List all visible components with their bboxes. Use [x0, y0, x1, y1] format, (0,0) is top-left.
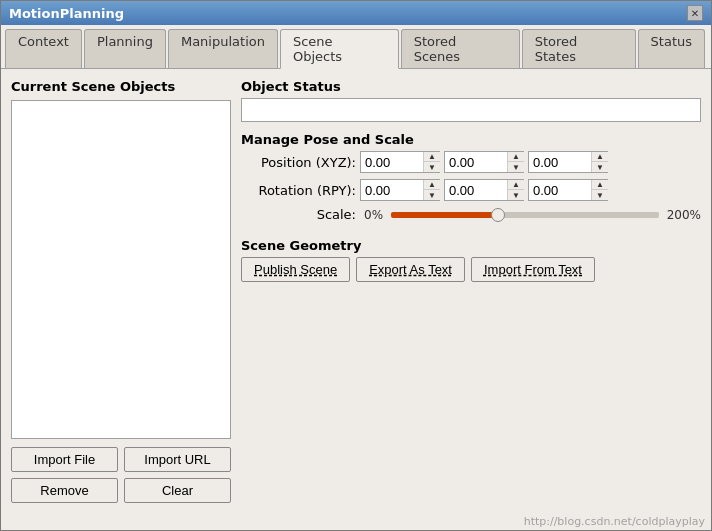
scene-objects-list	[11, 100, 231, 439]
rot-x-down[interactable]: ▼	[424, 190, 440, 200]
pos-x-down[interactable]: ▼	[424, 162, 440, 172]
rot-z-input[interactable]	[529, 180, 591, 200]
close-button[interactable]: ✕	[687, 5, 703, 21]
scale-row: Scale: 0% 200%	[241, 207, 701, 222]
pos-x-arrows: ▲ ▼	[423, 152, 440, 172]
right-panel: Object Status Manage Pose and Scale Posi…	[241, 79, 701, 503]
pos-x-spinbox: ▲ ▼	[360, 151, 440, 173]
watermark: http://blog.csdn.net/coldplayplay	[1, 513, 711, 530]
pos-z-spinbox: ▲ ▼	[528, 151, 608, 173]
scale-slider-track[interactable]	[391, 212, 659, 218]
rot-y-spinbox: ▲ ▼	[444, 179, 524, 201]
scale-label: Scale:	[241, 207, 356, 222]
scale-slider-thumb[interactable]	[491, 208, 505, 222]
tab-manipulation[interactable]: Manipulation	[168, 29, 278, 68]
import-from-text-button[interactable]: Import From Text	[471, 257, 595, 282]
rot-x-input[interactable]	[361, 180, 423, 200]
tab-planning[interactable]: Planning	[84, 29, 166, 68]
rotation-row: Rotation (RPY): ▲ ▼ ▲ ▼	[241, 179, 701, 201]
pos-y-up[interactable]: ▲	[508, 152, 524, 162]
main-content: Current Scene Objects Import File Import…	[1, 69, 711, 513]
tab-status[interactable]: Status	[638, 29, 705, 68]
publish-scene-button[interactable]: Publish Scene	[241, 257, 350, 282]
rot-y-arrows: ▲ ▼	[507, 180, 524, 200]
scale-max-label: 200%	[667, 208, 701, 222]
scene-geometry-buttons: Publish Scene Export As Text Import From…	[241, 257, 701, 282]
rot-z-spinbox: ▲ ▼	[528, 179, 608, 201]
rot-x-up[interactable]: ▲	[424, 180, 440, 190]
btn-row-bottom: Remove Clear	[11, 478, 231, 503]
scale-min-label: 0%	[364, 208, 383, 222]
export-as-text-button[interactable]: Export As Text	[356, 257, 465, 282]
rot-z-down[interactable]: ▼	[592, 190, 608, 200]
window-title: MotionPlanning	[9, 6, 124, 21]
pos-y-arrows: ▲ ▼	[507, 152, 524, 172]
tab-stored-states[interactable]: Stored States	[522, 29, 636, 68]
remove-button[interactable]: Remove	[11, 478, 118, 503]
object-status-section: Object Status	[241, 79, 701, 122]
manage-pose-title: Manage Pose and Scale	[241, 132, 701, 147]
pos-y-down[interactable]: ▼	[508, 162, 524, 172]
tab-scene-objects[interactable]: Scene Objects	[280, 29, 399, 69]
tab-stored-scenes[interactable]: Stored Scenes	[401, 29, 520, 68]
clear-button[interactable]: Clear	[124, 478, 231, 503]
rot-z-up[interactable]: ▲	[592, 180, 608, 190]
rot-y-up[interactable]: ▲	[508, 180, 524, 190]
left-panel: Current Scene Objects Import File Import…	[11, 79, 231, 503]
title-bar: MotionPlanning ✕	[1, 1, 711, 25]
pos-z-up[interactable]: ▲	[592, 152, 608, 162]
current-scene-objects-title: Current Scene Objects	[11, 79, 231, 94]
rot-z-arrows: ▲ ▼	[591, 180, 608, 200]
rot-x-spinbox: ▲ ▼	[360, 179, 440, 201]
scene-geometry-title: Scene Geometry	[241, 238, 701, 253]
pos-z-arrows: ▲ ▼	[591, 152, 608, 172]
tab-bar: Context Planning Manipulation Scene Obje…	[1, 25, 711, 69]
scene-geometry-section: Scene Geometry Publish Scene Export As T…	[241, 238, 701, 282]
pos-y-input[interactable]	[445, 152, 507, 172]
position-label: Position (XYZ):	[241, 155, 356, 170]
main-window: MotionPlanning ✕ Context Planning Manipu…	[0, 0, 712, 531]
tab-context[interactable]: Context	[5, 29, 82, 68]
import-file-button[interactable]: Import File	[11, 447, 118, 472]
position-row: Position (XYZ): ▲ ▼ ▲ ▼	[241, 151, 701, 173]
rot-y-down[interactable]: ▼	[508, 190, 524, 200]
pos-z-down[interactable]: ▼	[592, 162, 608, 172]
pose-section: Manage Pose and Scale Position (XYZ): ▲ …	[241, 132, 701, 228]
object-status-title: Object Status	[241, 79, 701, 94]
pos-x-up[interactable]: ▲	[424, 152, 440, 162]
rot-x-arrows: ▲ ▼	[423, 180, 440, 200]
left-buttons: Import File Import URL Remove Clear	[11, 447, 231, 503]
pos-x-input[interactable]	[361, 152, 423, 172]
btn-row-top: Import File Import URL	[11, 447, 231, 472]
rot-y-input[interactable]	[445, 180, 507, 200]
pos-z-input[interactable]	[529, 152, 591, 172]
object-status-input[interactable]	[241, 98, 701, 122]
pos-y-spinbox: ▲ ▼	[444, 151, 524, 173]
rotation-label: Rotation (RPY):	[241, 183, 356, 198]
import-url-button[interactable]: Import URL	[124, 447, 231, 472]
